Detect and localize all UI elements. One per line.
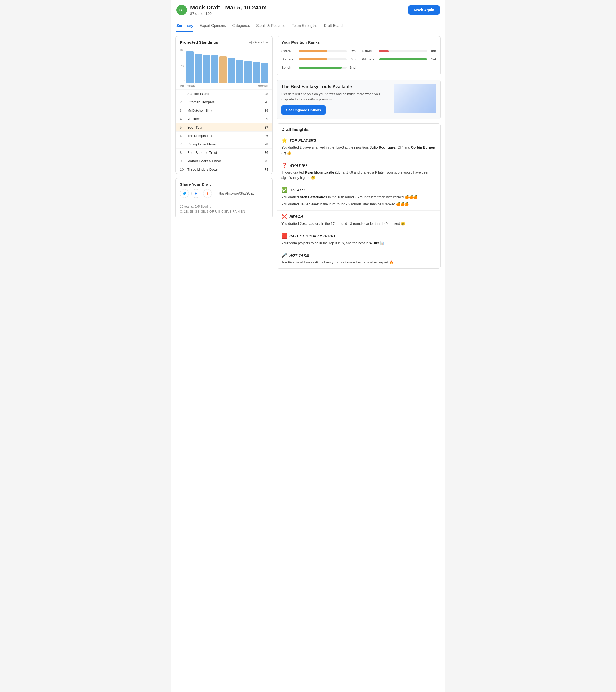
position-ranks-card: Your Position Ranks Overall 5th Hitters xyxy=(277,36,441,75)
nav-tabs: Summary Expert Opinions Categories Steal… xyxy=(171,20,445,32)
chart-label-100: 100 xyxy=(180,49,184,51)
bar-2 xyxy=(195,54,202,83)
share-title: Share Your Draft xyxy=(176,178,273,189)
bar-7 xyxy=(236,60,243,83)
standings-nav: ◀ Overall ▶ xyxy=(249,40,268,44)
app-logo: B+ xyxy=(176,5,187,15)
what-if-text: If you'd drafted Ryan Mountcastle (1B) a… xyxy=(281,170,436,181)
categorically-good-text: Your team projects to be in the Top 3 in… xyxy=(281,241,436,246)
bar-10 xyxy=(261,63,268,83)
projected-standings-card: Projected Standings ◀ Overall ▶ 100 50 0 xyxy=(175,36,273,174)
standings-row-10: 10 Three Lindors Down 74 xyxy=(176,165,273,174)
upgrade-preview-image xyxy=(394,84,436,113)
tab-steals-reaches[interactable]: Steals & Reaches xyxy=(256,20,285,31)
standings-row-5-your-team: 5 Your Team 87 xyxy=(176,123,273,131)
bar-6 xyxy=(228,58,235,83)
overall-bar-container xyxy=(299,50,347,52)
standings-nav-label: Overall xyxy=(253,40,264,44)
col-rk: RK xyxy=(180,85,184,88)
overall-bar xyxy=(299,50,327,52)
upgrade-text: The Best Fantasy Tools Available Get det… xyxy=(281,84,390,115)
right-panel: Your Position Ranks Overall 5th Hitters xyxy=(277,36,441,269)
hot-take-icon: 🎤 xyxy=(281,253,287,258)
steals-category: STEALS xyxy=(289,188,304,192)
starters-bar xyxy=(299,58,327,61)
bar-5-your-team xyxy=(219,56,227,83)
reach-icon: ❌ xyxy=(281,214,287,219)
position-rank-overall: Overall 5th xyxy=(281,47,356,55)
meta-info: 10 teams, 5x5 Scoring C, 1B, 2B, SS, 3B,… xyxy=(176,202,273,218)
tab-summary[interactable]: Summary xyxy=(176,20,193,31)
categorically-good-category: CATEGORICALLY GOOD xyxy=(289,234,335,238)
what-if-icon: ❓ xyxy=(281,163,287,168)
share-draft-card: Share Your Draft r 10 teams, 5x5 Scoring xyxy=(175,178,273,218)
chart-label-0: 0 xyxy=(184,80,185,83)
standings-row-7: 7 Riding Lawn Mauer 78 xyxy=(176,140,273,148)
reach-text: You drafted Jose Leclerc in the 17th rou… xyxy=(281,221,436,226)
position-rank-bench: Bench 2nd xyxy=(281,63,356,71)
hot-take-text: Joe Pisapia of FantasyPros likes your dr… xyxy=(281,260,436,265)
twitter-share-button[interactable] xyxy=(180,189,189,198)
standings-header: Projected Standings ◀ Overall ▶ xyxy=(176,36,273,46)
standings-row-4: 4 Yu Tube 89 xyxy=(176,115,273,123)
standings-next-arrow[interactable]: ▶ xyxy=(265,40,268,44)
left-panel: Projected Standings ◀ Overall ▶ 100 50 0 xyxy=(175,36,273,269)
pitchers-bar xyxy=(379,58,427,61)
header-left: B+ Mock Draft - Mar 5, 10:24am 87 out of… xyxy=(176,4,267,16)
steals-text-2: You drafted Javier Baez in the 20th roun… xyxy=(281,202,436,207)
bar-1 xyxy=(186,51,194,83)
draft-title: Mock Draft - Mar 5, 10:24am xyxy=(190,4,267,11)
standings-table-header: RK TEAM SCORE xyxy=(176,83,273,89)
steals-icon: ✅ xyxy=(281,187,287,193)
chart-label-50: 50 xyxy=(181,64,184,67)
upgrade-card: The Best Fantasy Tools Available Get det… xyxy=(277,80,441,119)
insights-title: Draft Insights xyxy=(277,124,440,134)
steals-text-1: You drafted Nick Castellanos in the 18th… xyxy=(281,195,436,200)
tab-categories[interactable]: Categories xyxy=(232,20,250,31)
bar-4 xyxy=(211,56,218,83)
bar-3 xyxy=(203,55,210,83)
share-icons: r xyxy=(176,189,273,202)
what-if-category: WHAT IF? xyxy=(289,163,308,168)
position-rank-hitters: Hitters 9th xyxy=(362,47,436,55)
categorically-good-icon: 🟥 xyxy=(281,233,287,239)
col-score: SCORE xyxy=(258,85,268,88)
app-header: B+ Mock Draft - Mar 5, 10:24am 87 out of… xyxy=(171,0,445,20)
tab-draft-board[interactable]: Draft Board xyxy=(324,20,343,31)
share-link-input[interactable] xyxy=(215,190,268,197)
standings-prev-arrow[interactable]: ◀ xyxy=(249,40,252,44)
standings-row-8: 8 Bour Battered Trout 76 xyxy=(176,148,273,157)
upgrade-title: The Best Fantasy Tools Available xyxy=(281,84,390,89)
upgrade-content: The Best Fantasy Tools Available Get det… xyxy=(277,80,440,119)
standings-row-2: 2 Stroman Troopers 90 xyxy=(176,98,273,106)
top-players-category: TOP PLAYERS xyxy=(289,138,316,143)
draft-score: 87 out of 100 xyxy=(190,12,267,16)
facebook-share-button[interactable] xyxy=(191,189,200,198)
standings-row-9: 9 Morton Hears a Choo! 75 xyxy=(176,157,273,165)
reddit-share-button[interactable]: r xyxy=(203,189,212,198)
bar-8 xyxy=(245,61,252,83)
position-rank-pitchers: Pitchers 1st xyxy=(362,55,436,63)
bench-bar-container xyxy=(299,66,347,69)
insight-steals: ✅ STEALS You drafted Nick Castellanos in… xyxy=(277,184,440,210)
mock-again-button[interactable]: Mock Again xyxy=(408,5,440,15)
position-ranks-grid: Overall 5th Hitters 9th xyxy=(277,47,440,75)
insight-hot-take: 🎤 HOT TAKE Joe Pisapia of FantasyPros li… xyxy=(277,249,440,268)
upgrade-description: Get detailed analysis on your drafts and… xyxy=(281,91,390,102)
bar-9 xyxy=(253,62,260,83)
top-players-text: You drafted 2 players ranked in the Top-… xyxy=(281,145,436,156)
tab-team-strengths[interactable]: Team Strengths xyxy=(292,20,317,31)
pitchers-bar-container xyxy=(379,58,427,61)
position-ranks-title: Your Position Ranks xyxy=(277,36,440,47)
insight-top-players: ⭐ TOP PLAYERS You drafted 2 players rank… xyxy=(277,134,440,159)
bar-chart: 100 50 0 xyxy=(176,46,273,83)
insight-categorically-good: 🟥 CATEGORICALLY GOOD Your team projects … xyxy=(277,230,440,249)
upgrade-button[interactable]: See Upgrade Options xyxy=(281,105,326,115)
starters-bar-container xyxy=(299,58,347,61)
hot-take-category: HOT TAKE xyxy=(289,253,309,257)
tab-expert-opinions[interactable]: Expert Opinions xyxy=(200,20,226,31)
draft-insights-card: Draft Insights ⭐ TOP PLAYERS You drafted… xyxy=(277,123,441,269)
reddit-icon: r xyxy=(207,191,208,196)
standings-title: Projected Standings xyxy=(180,40,218,44)
position-rank-starters: Starters 5th xyxy=(281,55,356,63)
